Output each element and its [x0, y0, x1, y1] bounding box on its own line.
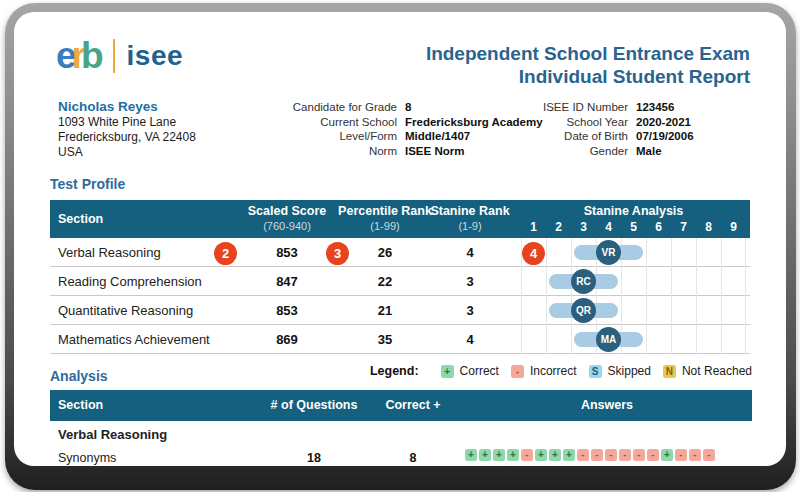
erb-logo-mark: erb — [56, 36, 99, 76]
stanine-scale-5: 5 — [621, 220, 646, 234]
answer-icon: - — [619, 449, 631, 461]
answer-icon: - — [689, 449, 701, 461]
info-label: ISEE ID Number — [514, 100, 628, 115]
table-row: Quantitative Reasoning 853 21 3 QR — [50, 296, 750, 325]
annotation-marker-2: 2 — [214, 242, 237, 265]
annotation-marker-3: 3 — [326, 242, 349, 265]
stanine-scale-4: 4 — [596, 220, 621, 234]
answer-icon: - — [633, 449, 645, 461]
incorrect-icon: - — [511, 365, 524, 378]
answers-legend: Legend: + Correct - Incorrect S Skipped … — [370, 364, 752, 378]
answer-icon: - — [675, 449, 687, 461]
section-name: Mathematics Achievement — [58, 325, 210, 354]
stanine-scale-7: 7 — [671, 220, 696, 234]
candidate-info-block: Candidate for Grade8 Current SchoolFrede… — [254, 100, 543, 158]
answer-icon: + — [563, 449, 575, 461]
stanine-grid-cell — [521, 296, 546, 325]
info-value: 123456 — [636, 100, 694, 115]
report-title-line1: Independent School Entrance Exam — [426, 42, 750, 65]
section-name: Reading Comprehension — [58, 267, 202, 296]
column-header-section: Section — [58, 200, 103, 238]
stanine-grid-cell — [621, 267, 646, 296]
info-label: Gender — [514, 144, 628, 159]
stanine-grid-cell — [521, 267, 546, 296]
table-row: Reading Comprehension 847 22 3 RC — [50, 267, 750, 296]
stanine-rank-value: 3 — [440, 296, 500, 325]
analysis-group-title: Verbal Reasoning — [58, 427, 167, 442]
answer-icon: + — [549, 449, 561, 461]
student-address-line3: USA — [58, 145, 196, 160]
stanine-marker-vr: VR — [596, 240, 621, 265]
student-address-line2: Fredericksburg, VA 22408 — [58, 130, 196, 145]
answer-icon: - — [521, 449, 533, 461]
stanine-grid-cell — [696, 267, 721, 296]
stanine-scale-6: 6 — [646, 220, 671, 234]
column-header-stanine-analysis: Stanine Analysis — [521, 204, 746, 219]
column-header-section: Section — [58, 390, 103, 421]
stanine-grid-cell — [671, 296, 696, 325]
info-label: Candidate for Grade — [254, 100, 397, 115]
answer-icon: + — [661, 449, 673, 461]
stanine-rank-value: 4 — [440, 238, 500, 267]
stanine-grid-cell — [646, 296, 671, 325]
stanine-grid-cell — [671, 267, 696, 296]
stanine-marker-qr: QR — [571, 298, 596, 323]
column-header-correct: Correct + — [343, 390, 483, 421]
percentile-rank-value: 21 — [355, 296, 415, 325]
answer-icon: - — [605, 449, 617, 461]
student-name: Nicholas Reyes — [58, 99, 196, 114]
percentile-rank-value: 35 — [355, 325, 415, 354]
scaled-score-value: 853 — [257, 238, 317, 267]
answer-icon: + — [507, 449, 519, 461]
stanine-scale-3: 3 — [571, 220, 596, 234]
answer-icon: - — [647, 449, 659, 461]
correct-count: 8 — [343, 451, 483, 465]
stanine-grid-cell — [721, 325, 746, 354]
stanine-grid-cell — [721, 267, 746, 296]
info-label: Date of Birth — [514, 129, 628, 144]
stanine-grid-cell — [671, 238, 696, 267]
stanine-scale-8: 8 — [696, 220, 721, 234]
percentile-rank-value: 26 — [355, 238, 415, 267]
logo-divider — [113, 39, 115, 73]
stanine-grid-cell — [721, 296, 746, 325]
analysis-heading: Analysis — [50, 368, 108, 384]
info-label: Level/Form — [254, 129, 397, 144]
legend-item-correct: + Correct — [441, 364, 499, 378]
student-address-line1: 1093 White Pine Lane — [58, 115, 196, 130]
stanine-grid-cell — [721, 238, 746, 267]
stanine-scale-2: 2 — [546, 220, 571, 234]
report-title-line2: Individual Student Report — [426, 65, 750, 88]
scaled-score-value: 853 — [257, 296, 317, 325]
isee-wordmark: isee — [127, 40, 184, 72]
stanine-grid-cell — [696, 238, 721, 267]
stanine-rank-value: 3 — [440, 267, 500, 296]
section-name: Quantitative Reasoning — [58, 296, 193, 325]
stanine-grid-cell — [621, 296, 646, 325]
section-name: Verbal Reasoning — [58, 238, 161, 267]
column-header-stanine-rank: Stanine Rank — [400, 204, 540, 219]
answer-icon: - — [703, 449, 715, 461]
stanine-grid-cell — [546, 325, 571, 354]
subsection-name: Synonyms — [58, 451, 116, 465]
scaled-score-value: 869 — [257, 325, 317, 354]
exam-info-block: ISEE ID Number123456 School Year2020-202… — [514, 100, 694, 158]
legend-item-not-reached: N Not Reached — [663, 364, 752, 378]
answer-icon: - — [591, 449, 603, 461]
info-value: 07/19/2006 — [636, 129, 694, 144]
info-value: 2020-2021 — [636, 115, 694, 130]
table-row: Mathematics Achievement 869 35 4 MA — [50, 325, 750, 354]
stanine-rank-value: 4 — [440, 325, 500, 354]
skipped-icon: S — [589, 365, 602, 378]
stanine-marker-rc: RC — [571, 269, 596, 294]
stanine-grid-cell — [646, 238, 671, 267]
not-reached-icon: N — [663, 365, 676, 378]
answer-icon-strip: + + + + - + + + - - - - - - + - - - — [465, 449, 717, 461]
answer-icon: + — [535, 449, 547, 461]
stanine-grid-cell — [646, 267, 671, 296]
analysis-table-header: Section # of Questions Correct + Answers — [50, 390, 752, 421]
legend-item-skipped: S Skipped — [589, 364, 651, 378]
answer-icon: + — [479, 449, 491, 461]
student-address-block: Nicholas Reyes 1093 White Pine Lane Fred… — [58, 99, 196, 160]
test-profile-heading: Test Profile — [50, 176, 125, 192]
